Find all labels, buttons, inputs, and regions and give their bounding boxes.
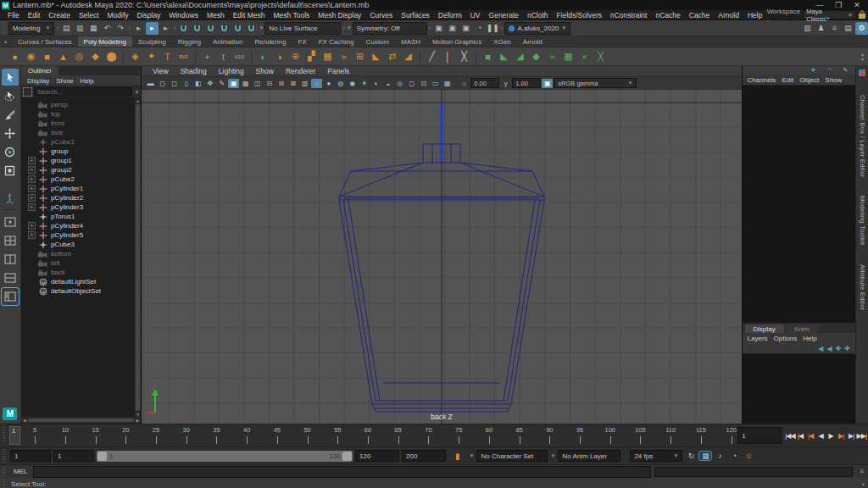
last-tool-used[interactable] [2, 189, 19, 206]
outliner-item-top[interactable]: top [21, 109, 135, 119]
help-line-grip[interactable] [2, 480, 6, 488]
scroll-down-icon[interactable]: ▼ [136, 412, 140, 417]
quick-help-icon[interactable]: ▪ [862, 480, 865, 488]
loop-icon[interactable]: ↻ [685, 452, 697, 460]
file-open-icon[interactable]: ▥ [74, 22, 86, 35]
menu-edit[interactable]: Edit [24, 11, 45, 19]
mel-input[interactable] [33, 466, 651, 478]
menu-create[interactable]: Create [44, 11, 75, 19]
lock-camera-icon[interactable]: ◻ [157, 79, 168, 88]
make-live-icon[interactable] [245, 22, 258, 35]
menu-arnold[interactable]: Arnold [714, 11, 743, 19]
shelf-relax-vertices-icon[interactable]: ≈ [545, 49, 559, 64]
shelf-tab-curves-surfaces[interactable]: Curves / Surfaces [12, 36, 78, 47]
range-start-handle[interactable] [97, 452, 107, 461]
viewport-menu-show[interactable]: Show [250, 67, 280, 75]
command-language-switch[interactable]: MEL [11, 468, 30, 475]
outliner-item-pcube1[interactable]: pCube1 [21, 137, 135, 147]
menu-uv[interactable]: UV [466, 11, 485, 19]
select-hierarchy-icon[interactable]: ▸ [132, 22, 145, 35]
outliner-menu-display[interactable]: Display [25, 77, 52, 85]
shelf-poly-disc-icon[interactable]: ⬤ [104, 49, 119, 64]
shelf-bevel-icon[interactable]: ◣ [369, 49, 383, 64]
playback-end-field[interactable]: 120 [355, 450, 399, 462]
shelf-crease-tool-icon[interactable]: ╳ [457, 49, 471, 64]
shelf-tab-rigging[interactable]: Rigging [172, 36, 207, 47]
layout-two-side-icon[interactable]: ◫ [252, 79, 263, 88]
outliner-item-pcube3[interactable]: pCube3 [21, 240, 135, 249]
outliner-item-pcylinder4[interactable]: +pCylinder4 [21, 221, 135, 230]
outliner-item-group1[interactable]: +group1 [21, 156, 135, 165]
outliner-persp-layout[interactable] [2, 288, 19, 305]
exposure-field[interactable]: 0.00 [470, 78, 499, 88]
shelf-tab-xgen[interactable]: XGen [487, 36, 516, 47]
outliner-item-group2[interactable]: +group2 [21, 165, 135, 175]
current-frame-marker[interactable]: 1 [9, 426, 20, 445]
layer-editor-menu-options[interactable]: Options [771, 335, 800, 342]
screen-space-ao-icon[interactable]: ◒ [382, 79, 393, 88]
anim-start-field[interactable]: 1 [10, 450, 51, 462]
ipr-render-icon[interactable]: ▣ [459, 22, 472, 35]
shelf-poly-sphere-icon[interactable]: ● [8, 49, 22, 64]
shelf-svg-tool-icon[interactable]: SVG [176, 49, 191, 64]
scroll-up-icon[interactable]: ▲ [136, 98, 140, 103]
shelf-tab-rendering[interactable]: Rendering [248, 36, 292, 47]
menu-mesh-tools[interactable]: Mesh Tools [270, 11, 314, 19]
time-slider-track[interactable]: 1 51015202530354045505560657075808590951… [8, 425, 734, 446]
range-end-handle[interactable] [342, 452, 352, 461]
shelf-poly-plane-icon[interactable]: ◆ [88, 49, 103, 64]
layer-move-down-icon[interactable]: ◀ [826, 345, 832, 352]
go-to-end-button[interactable]: ▶▶| [857, 432, 866, 440]
select-component-icon[interactable]: ▸ [159, 22, 172, 35]
shelf-type-tool-icon[interactable]: T [160, 49, 175, 64]
gamma-field[interactable]: 1.00 [512, 78, 541, 88]
shelf-poly-torus-icon[interactable]: ◎ [72, 49, 86, 64]
sidebar-pin-icon[interactable] [859, 69, 865, 76]
shelf-tab-fx-caching[interactable]: FX Caching [313, 36, 360, 47]
menu-mesh-display[interactable]: Mesh Display [314, 11, 365, 19]
render-frame-icon[interactable]: ▣ [446, 22, 459, 35]
range-slider-track[interactable]: 1120 [97, 451, 353, 462]
gamma-icon[interactable]: γ [500, 79, 511, 88]
channel-box-menu-edit[interactable]: Edit [779, 76, 796, 84]
channel-box-menu-show[interactable]: Show [822, 76, 844, 84]
timeline-grip[interactable] [2, 424, 6, 442]
shelf-smooth-icon[interactable]: ≈ [337, 49, 351, 64]
audio-icon[interactable]: ♪ [714, 452, 726, 460]
play-forwards-button[interactable]: ▶ [826, 432, 836, 440]
shelf-tab-motion-graphics[interactable]: Motion Graphics [426, 36, 487, 47]
view-transform-select[interactable]: sRGB gamma▼ [554, 78, 637, 88]
group-collapse-icon[interactable]: › [500, 25, 504, 31]
use-all-lights-icon[interactable]: ☀ [359, 79, 370, 88]
new-layer-from-selected-icon[interactable]: ✚ [844, 345, 850, 352]
outliner-vertical-scrollbar[interactable]: ▲ ▼ [135, 98, 141, 417]
outliner-item-left[interactable]: left [21, 258, 135, 268]
menu-fields-solvers[interactable]: Fields/Solvers [553, 11, 606, 19]
pause-icon[interactable]: ❚❚ [487, 22, 499, 35]
menu-cache[interactable]: Cache [685, 11, 715, 19]
shelf-connect-tool-icon[interactable]: │ [441, 49, 455, 64]
lasso-select-tool[interactable] [2, 87, 19, 104]
shelf-super-shape-icon[interactable]: ✦ [144, 49, 159, 64]
redo-icon[interactable]: ↷ [114, 22, 127, 35]
outliner-item-back[interactable]: back [21, 268, 135, 277]
workspace-select[interactable]: Maya Classic* ▼ [803, 10, 856, 19]
select-tool[interactable] [2, 69, 19, 86]
snap-projected-center-icon[interactable] [218, 22, 231, 35]
expand-icon[interactable]: + [28, 222, 36, 230]
paint-select-tool[interactable] [2, 106, 19, 123]
shelf-spin-edge-icon[interactable]: ▦ [561, 49, 576, 64]
layout-single-icon[interactable]: ▣ [228, 79, 239, 88]
group-collapse-icon[interactable]: › [173, 25, 176, 31]
layout-three-left-icon[interactable]: ⊞ [275, 79, 287, 88]
go-to-start-button[interactable]: |◀◀ [785, 432, 794, 440]
outliner-search-input[interactable] [34, 87, 132, 97]
shelf-extrude-icon[interactable]: ⊞ [353, 49, 367, 64]
grease-pencil-icon[interactable]: ✎ [216, 79, 227, 88]
snap-point-icon[interactable] [204, 22, 217, 35]
shelf-separate-icon[interactable]: ◑ [272, 49, 287, 64]
shelf-construction-plane-icon[interactable]: + [200, 49, 214, 64]
scrollbar-thumb[interactable] [28, 419, 135, 422]
select-object-icon[interactable]: ▸ [146, 22, 159, 35]
shelf-set-time-origin-icon[interactable]: t [216, 49, 231, 64]
